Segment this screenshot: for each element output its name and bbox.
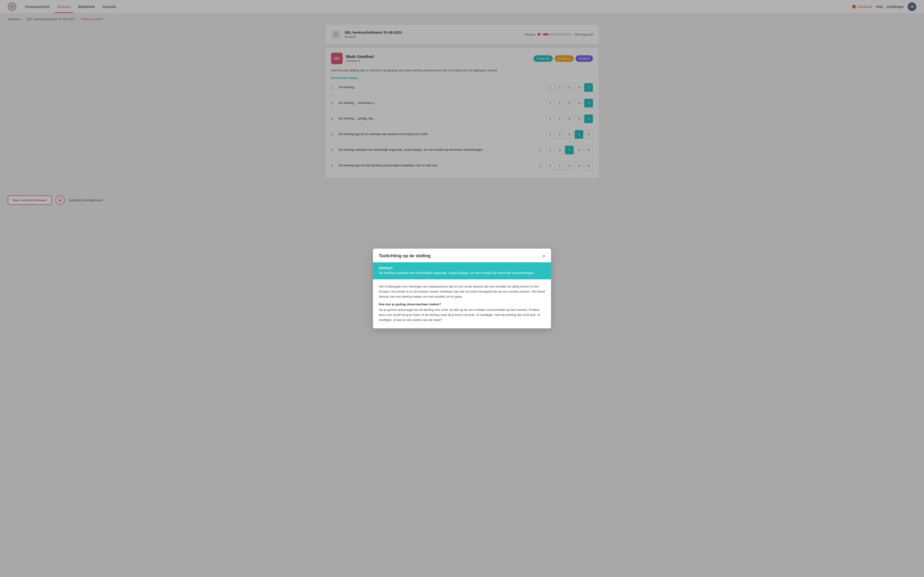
modal-body: Het is belangrijk voor leerlingen (en vo…	[373, 279, 551, 329]
modal-highlight: Stelling 5 De leerling verklaart hoe lic…	[373, 262, 551, 279]
modal-overlay[interactable]: Toelichting op de stelling × Stelling 5 …	[0, 0, 924, 577]
modal-close-button[interactable]: ×	[542, 254, 545, 258]
stelling-label: Stelling 5	[379, 266, 545, 270]
modal-paragraph-2: Als je gericht doorvraagt hoe de leerlin…	[379, 308, 545, 322]
stelling-text: De leerling verklaart hoe lichamelijk on…	[379, 271, 545, 276]
modal-header: Toelichting op de stelling ×	[373, 248, 551, 262]
modal-paragraph-1: Het is belangrijk voor leerlingen (en vo…	[379, 284, 545, 299]
modal-bold-heading: Hoe kun je gedrag observeerbaar maken?	[379, 303, 545, 306]
modal-title: Toelichting op de stelling	[379, 253, 431, 258]
modal-dialog: Toelichting op de stelling × Stelling 5 …	[373, 248, 551, 328]
